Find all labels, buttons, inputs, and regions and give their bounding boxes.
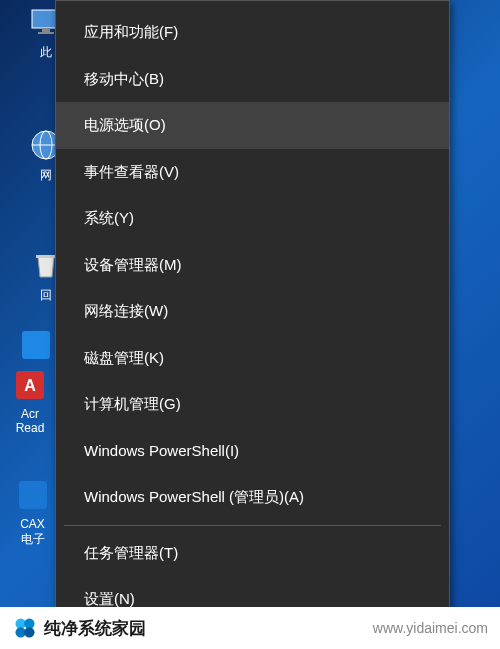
desktop-icon-label: Acr Read: [16, 407, 45, 435]
watermark-logo-icon: [12, 615, 38, 641]
menu-item-label: Windows PowerShell (管理员)(A): [84, 488, 304, 505]
app-icon: [16, 325, 56, 365]
menu-item-mobility-center[interactable]: 移动中心(B): [56, 56, 449, 103]
menu-padding: [56, 1, 449, 9]
menu-item-label: 设置(N): [84, 590, 135, 607]
menu-item-label: Windows PowerShell(I): [84, 442, 239, 459]
menu-item-disk-management[interactable]: 磁盘管理(K): [56, 335, 449, 382]
watermark-url: www.yidaimei.com: [373, 620, 488, 636]
watermark-left: 纯净系统家园: [12, 615, 146, 641]
menu-item-network-connections[interactable]: 网络连接(W): [56, 288, 449, 335]
winx-context-menu: 应用和功能(F) 移动中心(B) 电源选项(O) 事件查看器(V) 系统(Y) …: [55, 0, 450, 624]
svg-rect-10: [19, 481, 47, 509]
menu-item-device-manager[interactable]: 设备管理器(M): [56, 242, 449, 289]
menu-item-label: 事件查看器(V): [84, 163, 179, 180]
desktop-icon-label: 回: [40, 287, 52, 304]
menu-item-powershell[interactable]: Windows PowerShell(I): [56, 428, 449, 475]
menu-separator: [64, 525, 441, 526]
menu-item-apps-features[interactable]: 应用和功能(F): [56, 9, 449, 56]
svg-rect-2: [38, 32, 54, 34]
menu-item-label: 电源选项(O): [84, 116, 166, 133]
menu-item-event-viewer[interactable]: 事件查看器(V): [56, 149, 449, 196]
menu-item-label: 移动中心(B): [84, 70, 164, 87]
menu-item-label: 磁盘管理(K): [84, 349, 164, 366]
menu-item-powershell-admin[interactable]: Windows PowerShell (管理员)(A): [56, 474, 449, 521]
menu-item-power-options[interactable]: 电源选项(O): [56, 102, 449, 149]
cax-icon: [13, 475, 53, 515]
desktop-icon-label: 此: [40, 44, 52, 61]
desktop-icon-label: CAX 电子: [20, 517, 45, 548]
menu-item-task-manager[interactable]: 任务管理器(T): [56, 530, 449, 577]
menu-item-label: 计算机管理(G): [84, 395, 181, 412]
svg-rect-1: [42, 28, 50, 32]
menu-item-label: 设备管理器(M): [84, 256, 182, 273]
desktop-icon[interactable]: A Acr Read: [0, 365, 60, 435]
svg-text:A: A: [24, 377, 36, 394]
menu-item-label: 系统(Y): [84, 209, 134, 226]
menu-item-label: 网络连接(W): [84, 302, 168, 319]
desktop-icon[interactable]: CAX 电子: [5, 475, 60, 548]
menu-item-label: 应用和功能(F): [84, 23, 178, 40]
svg-rect-6: [36, 255, 56, 258]
menu-item-computer-management[interactable]: 计算机管理(G): [56, 381, 449, 428]
watermark-title: 纯净系统家园: [44, 617, 146, 640]
svg-rect-7: [22, 331, 50, 359]
menu-item-system[interactable]: 系统(Y): [56, 195, 449, 242]
desktop-icon-label: 网: [40, 167, 52, 184]
watermark-bar: 纯净系统家园 www.yidaimei.com: [0, 607, 500, 649]
acrobat-icon: A: [10, 365, 50, 405]
svg-point-14: [24, 627, 34, 637]
menu-item-label: 任务管理器(T): [84, 544, 178, 561]
